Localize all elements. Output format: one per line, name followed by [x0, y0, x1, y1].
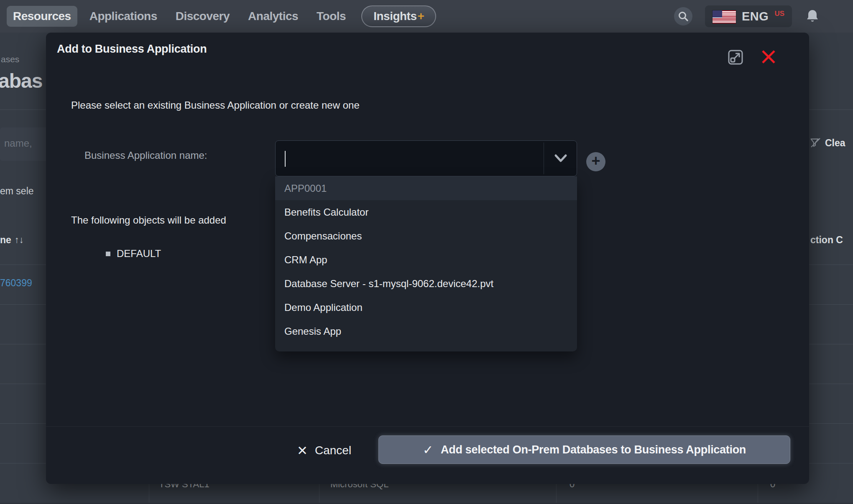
cancel-label: Cancel: [315, 444, 351, 457]
dropdown-option[interactable]: Genesis App: [275, 319, 577, 343]
insights-label: Insights: [373, 10, 416, 23]
search-placeholder: name,: [4, 137, 32, 149]
nav-analytics[interactable]: Analytics: [242, 6, 304, 27]
cancel-x-icon: ✕: [297, 443, 308, 458]
expand-icon: [726, 48, 745, 67]
bullet-icon: [106, 252, 110, 256]
close-dialog-button[interactable]: [758, 46, 779, 68]
search-icon: [678, 11, 689, 22]
business-application-name-input[interactable]: [275, 140, 577, 176]
main-nav: Resources Applications Discovery Analyti…: [7, 6, 352, 27]
add-new-application-button[interactable]: +: [586, 152, 605, 171]
page-title: abas: [0, 69, 42, 92]
clear-filter-icon: [810, 137, 821, 149]
nav-applications[interactable]: Applications: [83, 6, 163, 27]
close-icon: [758, 46, 779, 68]
check-icon: ✓: [423, 443, 433, 457]
divider: [544, 143, 544, 174]
column-header-right[interactable]: ction C: [810, 234, 843, 246]
insights-button[interactable]: Insights+: [361, 5, 436, 27]
dropdown-option[interactable]: CRM App: [275, 248, 577, 272]
topbar-right-cluster: ENG US: [674, 5, 820, 27]
dropdown-option[interactable]: Jupiter Application: [275, 343, 577, 351]
dropdown-option[interactable]: APP0001: [275, 176, 577, 200]
selection-status: em sele: [0, 186, 34, 197]
dropdown-option[interactable]: Compensaciones: [275, 224, 577, 248]
text-cursor: [285, 151, 286, 167]
divider: [46, 426, 809, 427]
sort-icon: ↑↓: [15, 234, 24, 246]
object-name: DEFAULT: [117, 248, 161, 260]
clear-filter-label: Clea: [825, 137, 845, 149]
chevron-down-icon: [554, 154, 567, 163]
business-application-name-label: Business Application name:: [84, 150, 207, 161]
add-to-business-application-dialog: Add to Business Application Please selec…: [46, 33, 809, 484]
business-application-dropdown: APP0001 Benefits Calculator Compensacion…: [275, 176, 577, 351]
us-flag-icon: [713, 10, 736, 23]
list-item: DEFAULT: [106, 248, 161, 260]
cancel-button[interactable]: ✕ Cancel: [297, 439, 351, 462]
language-region: US: [774, 10, 784, 18]
dropdown-option[interactable]: Demo Application: [275, 295, 577, 319]
submit-label: Add selected On-Prem Databases to Busine…: [441, 443, 746, 456]
dialog-title: Add to Business Application: [57, 43, 207, 56]
language-code: ENG: [742, 10, 769, 23]
bell-icon: [804, 8, 820, 24]
clear-filters-button[interactable]: Clea: [810, 137, 845, 149]
language-selector[interactable]: ENG US: [705, 5, 792, 27]
breadcrumb: ases: [1, 54, 19, 64]
dialog-instruction: Please select an existing Business Appli…: [71, 99, 360, 111]
column-header-name[interactable]: ne ↑↓: [0, 234, 24, 246]
nav-discovery[interactable]: Discovery: [169, 6, 236, 27]
table-cell-link[interactable]: 760399: [0, 277, 32, 289]
dropdown-toggle[interactable]: [554, 154, 567, 163]
nav-resources[interactable]: Resources: [7, 6, 77, 27]
notifications-button[interactable]: [804, 8, 820, 24]
add-selected-databases-button[interactable]: ✓ Add selected On-Prem Databases to Busi…: [378, 435, 790, 464]
objects-heading: The following objects will be added: [71, 214, 226, 226]
top-navigation-bar: Resources Applications Discovery Analyti…: [0, 0, 853, 33]
dropdown-option[interactable]: Benefits Calculator: [275, 200, 577, 224]
expand-dialog-button[interactable]: [726, 48, 745, 67]
dropdown-option[interactable]: Database Server - s1-mysql-9062.device42…: [275, 272, 577, 295]
insights-plus-icon: +: [418, 10, 424, 23]
column-header-label: ne: [0, 234, 11, 246]
nav-tools[interactable]: Tools: [310, 6, 352, 27]
search-button[interactable]: [674, 7, 692, 25]
